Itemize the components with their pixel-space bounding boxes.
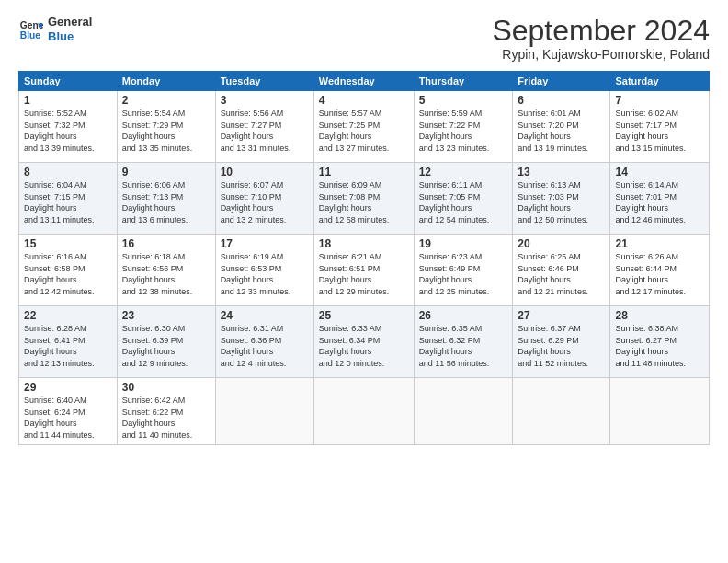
table-row: 15 Sunrise: 6:16 AM Sunset: 6:58 PM Dayl… [19, 235, 118, 306]
day-info: Sunrise: 6:38 AM Sunset: 6:27 PM Dayligh… [615, 323, 704, 369]
day-info: Sunrise: 6:31 AM Sunset: 6:36 PM Dayligh… [221, 323, 309, 369]
svg-text:Blue: Blue [20, 30, 41, 40]
table-row: 10 Sunrise: 6:07 AM Sunset: 7:10 PM Dayl… [215, 163, 313, 235]
day-number: 1 [24, 94, 112, 107]
table-row: 3 Sunrise: 5:56 AM Sunset: 7:27 PM Dayli… [215, 91, 313, 163]
day-number: 15 [24, 237, 112, 250]
day-info: Sunrise: 6:25 AM Sunset: 6:46 PM Dayligh… [518, 251, 605, 297]
table-row: 4 Sunrise: 5:57 AM Sunset: 7:25 PM Dayli… [313, 91, 414, 163]
logo-blue-text: Blue [48, 29, 92, 44]
table-row: 25 Sunrise: 6:33 AM Sunset: 6:34 PM Dayl… [313, 306, 414, 378]
day-number: 6 [518, 94, 605, 107]
day-info: Sunrise: 6:40 AM Sunset: 6:24 PM Dayligh… [24, 395, 112, 441]
location-title: Rypin, Kujawsko-Pomorskie, Poland [492, 47, 710, 62]
table-row: 19 Sunrise: 6:23 AM Sunset: 6:49 PM Dayl… [414, 235, 513, 306]
day-info: Sunrise: 6:23 AM Sunset: 6:49 PM Dayligh… [419, 251, 508, 297]
day-number: 24 [221, 309, 309, 322]
day-info: Sunrise: 5:54 AM Sunset: 7:29 PM Dayligh… [122, 108, 210, 154]
month-title: September 2024 [492, 15, 710, 47]
day-info: Sunrise: 6:16 AM Sunset: 6:58 PM Dayligh… [24, 251, 112, 297]
table-row [313, 378, 414, 444]
day-info: Sunrise: 6:11 AM Sunset: 7:05 PM Dayligh… [419, 179, 508, 225]
day-info: Sunrise: 6:26 AM Sunset: 6:44 PM Dayligh… [615, 251, 704, 297]
day-info: Sunrise: 6:33 AM Sunset: 6:34 PM Dayligh… [319, 323, 409, 369]
table-row: 11 Sunrise: 6:09 AM Sunset: 7:08 PM Dayl… [313, 163, 414, 235]
day-number: 23 [122, 309, 210, 322]
day-number: 2 [122, 94, 210, 107]
table-row: 20 Sunrise: 6:25 AM Sunset: 6:46 PM Dayl… [513, 235, 610, 306]
table-row: 22 Sunrise: 6:28 AM Sunset: 6:41 PM Dayl… [19, 306, 118, 378]
logo-general-text: General [48, 15, 92, 29]
day-number: 27 [518, 309, 605, 322]
day-number: 25 [319, 309, 409, 322]
day-info: Sunrise: 6:37 AM Sunset: 6:29 PM Dayligh… [518, 323, 605, 369]
col-monday: Monday [117, 72, 215, 91]
logo-icon: General Blue [18, 17, 44, 42]
table-row: 12 Sunrise: 6:11 AM Sunset: 7:05 PM Dayl… [414, 163, 513, 235]
table-row [610, 378, 710, 444]
table-row [513, 378, 610, 444]
day-number: 12 [419, 166, 508, 178]
table-row: 13 Sunrise: 6:13 AM Sunset: 7:03 PM Dayl… [513, 163, 610, 235]
day-info: Sunrise: 6:07 AM Sunset: 7:10 PM Dayligh… [221, 179, 309, 225]
table-row: 29 Sunrise: 6:40 AM Sunset: 6:24 PM Dayl… [19, 378, 118, 444]
table-row: 9 Sunrise: 6:06 AM Sunset: 7:13 PM Dayli… [117, 163, 215, 235]
day-info: Sunrise: 6:21 AM Sunset: 6:51 PM Dayligh… [319, 251, 409, 297]
col-saturday: Saturday [610, 72, 710, 91]
day-number: 16 [122, 237, 210, 250]
col-wednesday: Wednesday [313, 72, 414, 91]
day-number: 8 [24, 166, 112, 178]
day-info: Sunrise: 6:28 AM Sunset: 6:41 PM Dayligh… [24, 323, 112, 369]
day-info: Sunrise: 6:14 AM Sunset: 7:01 PM Dayligh… [615, 179, 704, 225]
title-area: September 2024 Rypin, Kujawsko-Pomorskie… [492, 15, 710, 62]
day-number: 7 [615, 94, 704, 107]
day-info: Sunrise: 5:57 AM Sunset: 7:25 PM Dayligh… [319, 108, 409, 154]
table-row: 28 Sunrise: 6:38 AM Sunset: 6:27 PM Dayl… [610, 306, 710, 378]
day-number: 21 [615, 237, 704, 250]
table-row: 5 Sunrise: 5:59 AM Sunset: 7:22 PM Dayli… [414, 91, 513, 163]
day-number: 22 [24, 309, 112, 322]
day-info: Sunrise: 6:06 AM Sunset: 7:13 PM Dayligh… [122, 179, 210, 225]
table-row: 6 Sunrise: 6:01 AM Sunset: 7:20 PM Dayli… [513, 91, 610, 163]
table-row: 21 Sunrise: 6:26 AM Sunset: 6:44 PM Dayl… [610, 235, 710, 306]
day-number: 17 [221, 237, 309, 250]
day-number: 14 [615, 166, 704, 178]
day-info: Sunrise: 6:19 AM Sunset: 6:53 PM Dayligh… [221, 251, 309, 297]
day-number: 9 [122, 166, 210, 178]
table-row: 1 Sunrise: 5:52 AM Sunset: 7:32 PM Dayli… [19, 91, 118, 163]
day-info: Sunrise: 6:30 AM Sunset: 6:39 PM Dayligh… [122, 323, 210, 369]
day-number: 26 [419, 309, 508, 322]
table-row: 26 Sunrise: 6:35 AM Sunset: 6:32 PM Dayl… [414, 306, 513, 378]
table-row: 8 Sunrise: 6:04 AM Sunset: 7:15 PM Dayli… [19, 163, 118, 235]
table-row [215, 378, 313, 444]
table-row: 30 Sunrise: 6:42 AM Sunset: 6:22 PM Dayl… [117, 378, 215, 444]
day-number: 19 [419, 237, 508, 250]
table-row: 7 Sunrise: 6:02 AM Sunset: 7:17 PM Dayli… [610, 91, 710, 163]
table-row: 16 Sunrise: 6:18 AM Sunset: 6:56 PM Dayl… [117, 235, 215, 306]
day-number: 18 [319, 237, 409, 250]
table-row: 14 Sunrise: 6:14 AM Sunset: 7:01 PM Dayl… [610, 163, 710, 235]
calendar-table: Sunday Monday Tuesday Wednesday Thursday… [18, 71, 710, 444]
day-number: 30 [122, 381, 210, 394]
col-friday: Friday [513, 72, 610, 91]
col-thursday: Thursday [414, 72, 513, 91]
day-info: Sunrise: 6:13 AM Sunset: 7:03 PM Dayligh… [518, 179, 605, 225]
header-row: Sunday Monday Tuesday Wednesday Thursday… [19, 72, 710, 91]
day-info: Sunrise: 6:02 AM Sunset: 7:17 PM Dayligh… [615, 108, 704, 154]
table-row: 2 Sunrise: 5:54 AM Sunset: 7:29 PM Dayli… [117, 91, 215, 163]
table-row [414, 378, 513, 444]
day-number: 3 [221, 94, 309, 107]
logo: General Blue General Blue [18, 15, 92, 43]
day-number: 5 [419, 94, 508, 107]
day-info: Sunrise: 6:42 AM Sunset: 6:22 PM Dayligh… [122, 395, 210, 441]
day-number: 10 [221, 166, 309, 178]
day-info: Sunrise: 6:04 AM Sunset: 7:15 PM Dayligh… [24, 179, 112, 225]
day-number: 29 [24, 381, 112, 394]
day-info: Sunrise: 6:35 AM Sunset: 6:32 PM Dayligh… [419, 323, 508, 369]
table-row: 18 Sunrise: 6:21 AM Sunset: 6:51 PM Dayl… [313, 235, 414, 306]
col-tuesday: Tuesday [215, 72, 313, 91]
day-number: 20 [518, 237, 605, 250]
col-sunday: Sunday [19, 72, 118, 91]
page: General Blue General Blue September 2024… [0, 0, 728, 563]
day-info: Sunrise: 5:52 AM Sunset: 7:32 PM Dayligh… [24, 108, 112, 154]
